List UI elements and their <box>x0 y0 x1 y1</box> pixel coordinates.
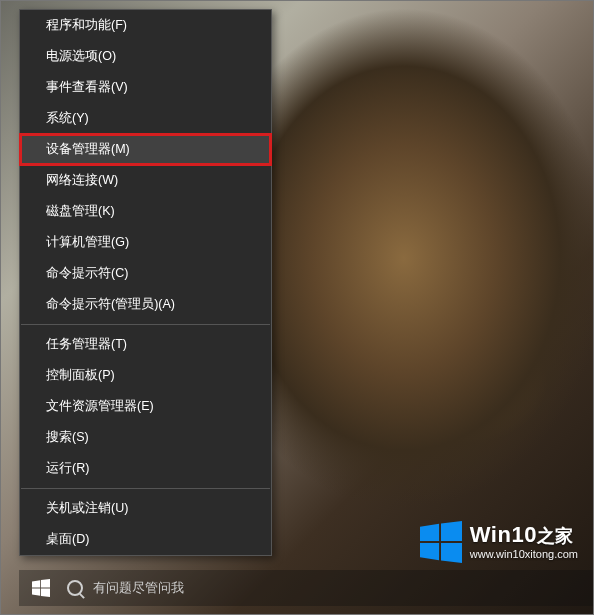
menu-label: 设备管理器(M) <box>46 141 130 158</box>
menu-item-device-manager[interactable]: 设备管理器(M) <box>20 134 271 165</box>
winx-context-menu: 程序和功能(F) 电源选项(O) 事件查看器(V) 系统(Y) 设备管理器(M)… <box>19 9 272 556</box>
menu-item-command-prompt[interactable]: 命令提示符(C) <box>20 258 271 289</box>
cortana-search-box[interactable]: 有问题尽管问我 <box>63 570 192 606</box>
menu-item-computer-management[interactable]: 计算机管理(G) <box>20 227 271 258</box>
svg-marker-2 <box>420 543 439 560</box>
svg-marker-7 <box>41 588 50 597</box>
menu-item-power-options[interactable]: 电源选项(O) <box>20 41 271 72</box>
menu-label: 任务管理器(T) <box>46 336 127 353</box>
menu-separator <box>21 324 270 325</box>
start-button[interactable] <box>19 570 63 606</box>
menu-label: 系统(Y) <box>46 110 89 127</box>
menu-label: 命令提示符(C) <box>46 265 128 282</box>
menu-item-search[interactable]: 搜索(S) <box>20 422 271 453</box>
menu-item-control-panel[interactable]: 控制面板(P) <box>20 360 271 391</box>
windows-logo-icon <box>420 521 462 563</box>
menu-item-run[interactable]: 运行(R) <box>20 453 271 484</box>
menu-separator <box>21 488 270 489</box>
menu-item-system[interactable]: 系统(Y) <box>20 103 271 134</box>
watermark-brand: Win10之家 <box>470 524 578 546</box>
watermark-brand-zh: 之家 <box>537 526 574 546</box>
menu-label: 磁盘管理(K) <box>46 203 115 220</box>
menu-label: 事件查看器(V) <box>46 79 128 96</box>
taskbar: 有问题尽管问我 <box>19 570 594 606</box>
menu-label: 搜索(S) <box>46 429 89 446</box>
menu-label: 电源选项(O) <box>46 48 116 65</box>
svg-marker-4 <box>32 580 40 587</box>
menu-label: 计算机管理(G) <box>46 234 129 251</box>
svg-marker-5 <box>41 579 50 588</box>
search-icon <box>67 580 83 596</box>
menu-item-task-manager[interactable]: 任务管理器(T) <box>20 329 271 360</box>
menu-label: 运行(R) <box>46 460 89 477</box>
menu-label: 控制面板(P) <box>46 367 115 384</box>
svg-marker-1 <box>441 521 462 541</box>
menu-item-network-connections[interactable]: 网络连接(W) <box>20 165 271 196</box>
watermark-url: www.win10xitong.com <box>470 549 578 560</box>
watermark-brand-en: Win10 <box>470 522 537 547</box>
menu-item-desktop[interactable]: 桌面(D) <box>20 524 271 555</box>
windows-start-icon <box>32 579 50 597</box>
menu-item-shutdown-signout[interactable]: 关机或注销(U) <box>20 493 271 524</box>
search-placeholder-text: 有问题尽管问我 <box>93 579 184 597</box>
menu-item-disk-management[interactable]: 磁盘管理(K) <box>20 196 271 227</box>
menu-label: 文件资源管理器(E) <box>46 398 154 415</box>
menu-label: 命令提示符(管理员)(A) <box>46 296 175 313</box>
menu-item-command-prompt-admin[interactable]: 命令提示符(管理员)(A) <box>20 289 271 320</box>
svg-marker-3 <box>441 543 462 563</box>
menu-label: 网络连接(W) <box>46 172 118 189</box>
svg-marker-0 <box>420 524 439 541</box>
menu-item-event-viewer[interactable]: 事件查看器(V) <box>20 72 271 103</box>
menu-item-programs-features[interactable]: 程序和功能(F) <box>20 10 271 41</box>
svg-marker-6 <box>32 588 40 595</box>
menu-label: 程序和功能(F) <box>46 17 127 34</box>
menu-item-file-explorer[interactable]: 文件资源管理器(E) <box>20 391 271 422</box>
menu-label: 桌面(D) <box>46 531 89 548</box>
menu-label: 关机或注销(U) <box>46 500 128 517</box>
watermark: Win10之家 www.win10xitong.com <box>420 521 578 563</box>
